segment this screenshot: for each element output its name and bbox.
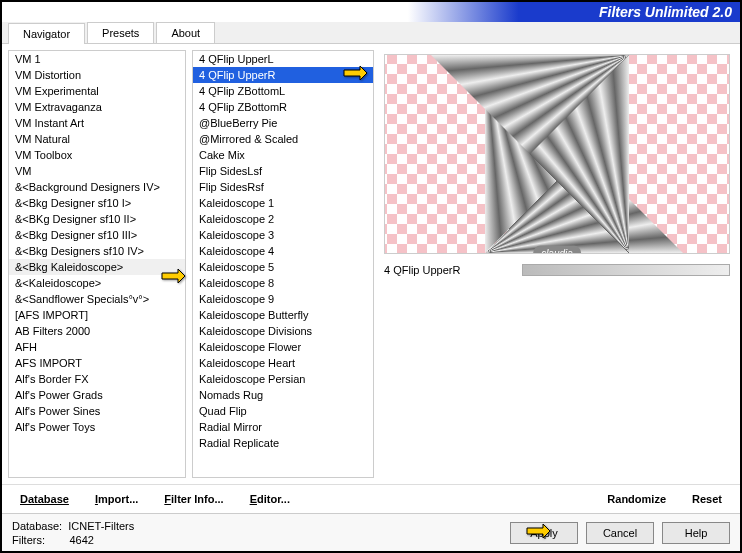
preview-pane: claudia 4 QFlip UpperR — [380, 50, 734, 478]
list-item[interactable]: Kaleidoscope Heart — [193, 355, 373, 371]
list-item[interactable]: Radial Replicate — [193, 435, 373, 451]
title-bar: Filters Unlimited 2.0 — [2, 2, 740, 22]
list-item[interactable]: 4 QFlip UpperL — [193, 51, 373, 67]
list-item[interactable]: Alf's Power Toys — [9, 419, 185, 435]
database-button[interactable]: Database — [16, 491, 73, 507]
db-label: Database: — [12, 520, 62, 532]
help-button[interactable]: Help — [662, 522, 730, 544]
status-bar: Database: ICNET-Filters Filters: 4642 Ap… — [2, 513, 740, 552]
list-item[interactable]: AB Filters 2000 — [9, 323, 185, 339]
list-item[interactable]: Kaleidoscope 3 — [193, 227, 373, 243]
list-item[interactable]: Flip SidesLsf — [193, 163, 373, 179]
list-item[interactable]: Radial Mirror — [193, 419, 373, 435]
param-label: 4 QFlip UpperR — [384, 264, 514, 276]
list-item[interactable]: Kaleidoscope Divisions — [193, 323, 373, 339]
list-item[interactable]: Kaleidoscope 5 — [193, 259, 373, 275]
list-item[interactable]: &<BKg Designer sf10 II> — [9, 211, 185, 227]
list-item[interactable]: Kaleidoscope Persian — [193, 371, 373, 387]
list-item[interactable]: @BlueBerry Pie — [193, 115, 373, 131]
list-item[interactable]: VM Instant Art — [9, 115, 185, 131]
editor-label: ditor... — [257, 493, 290, 505]
list-item[interactable]: VM Distortion — [9, 67, 185, 83]
import-button[interactable]: Import... — [91, 491, 142, 507]
list-item[interactable]: VM Natural — [9, 131, 185, 147]
db-value: ICNET-Filters — [68, 520, 134, 532]
list-item[interactable]: Flip SidesRsf — [193, 179, 373, 195]
category-list[interactable]: VM 1VM DistortionVM ExperimentalVM Extra… — [8, 50, 186, 478]
list-item[interactable]: VM — [9, 163, 185, 179]
list-item[interactable]: &<Bkg Kaleidoscope> — [9, 259, 185, 275]
filter-info-button[interactable]: Filter Info... — [160, 491, 227, 507]
tab-about[interactable]: About — [156, 22, 215, 43]
list-item[interactable]: Alf's Power Grads — [9, 387, 185, 403]
list-item[interactable]: AFH — [9, 339, 185, 355]
list-item[interactable]: &<Kaleidoscope> — [9, 275, 185, 291]
list-item[interactable]: Nomads Rug — [193, 387, 373, 403]
main-content: VM 1VM DistortionVM ExperimentalVM Extra… — [2, 44, 740, 484]
filters-label: Filters: — [12, 534, 45, 546]
randomize-button[interactable]: Randomize — [603, 491, 670, 507]
editor-button[interactable]: Editor... — [246, 491, 294, 507]
tab-navigator[interactable]: Navigator — [8, 23, 85, 44]
list-item[interactable]: VM Experimental — [9, 83, 185, 99]
list-item[interactable]: VM Toolbox — [9, 147, 185, 163]
param-row: 4 QFlip UpperR — [384, 264, 730, 276]
list-item[interactable]: Alf's Power Sines — [9, 403, 185, 419]
app-title: Filters Unlimited 2.0 — [599, 4, 732, 20]
list-item[interactable]: [AFS IMPORT] — [9, 307, 185, 323]
list-item[interactable]: @Mirrored & Scaled — [193, 131, 373, 147]
list-item[interactable]: 4 QFlip ZBottomL — [193, 83, 373, 99]
list-item[interactable]: Kaleidoscope 9 — [193, 291, 373, 307]
list-item[interactable]: Kaleidoscope Flower — [193, 339, 373, 355]
list-item[interactable]: &<Bkg Designers sf10 IV> — [9, 243, 185, 259]
filter-list[interactable]: 4 QFlip UpperL4 QFlip UpperR4 QFlip ZBot… — [192, 50, 374, 478]
preview-image: claudia — [384, 54, 730, 254]
list-item[interactable]: Alf's Border FX — [9, 371, 185, 387]
toolbar-row: Database Import... Filter Info... Editor… — [2, 484, 740, 513]
list-item[interactable]: &<Sandflower Specials°v°> — [9, 291, 185, 307]
cancel-button[interactable]: Cancel — [586, 522, 654, 544]
list-item[interactable]: Cake Mix — [193, 147, 373, 163]
tab-strip: Navigator Presets About — [2, 22, 740, 44]
list-item[interactable]: &<Background Designers IV> — [9, 179, 185, 195]
import-label: mport... — [98, 493, 138, 505]
filters-value: 4642 — [69, 534, 93, 546]
list-item[interactable]: Kaleidoscope 8 — [193, 275, 373, 291]
list-item[interactable]: AFS IMPORT — [9, 355, 185, 371]
list-item[interactable]: &<Bkg Designer sf10 III> — [9, 227, 185, 243]
param-slider[interactable] — [522, 264, 730, 276]
list-item[interactable]: VM 1 — [9, 51, 185, 67]
filterinfo-label: ilter Info... — [171, 493, 224, 505]
list-item[interactable]: VM Extravaganza — [9, 99, 185, 115]
reset-button[interactable]: Reset — [688, 491, 726, 507]
list-item[interactable]: Quad Flip — [193, 403, 373, 419]
list-item[interactable]: 4 QFlip ZBottomR — [193, 99, 373, 115]
watermark-badge: claudia — [533, 246, 581, 255]
list-item[interactable]: Kaleidoscope 2 — [193, 211, 373, 227]
list-item[interactable]: 4 QFlip UpperR — [193, 67, 373, 83]
tab-presets[interactable]: Presets — [87, 22, 154, 43]
apply-button[interactable]: Apply — [510, 522, 578, 544]
list-item[interactable]: &<Bkg Designer sf10 I> — [9, 195, 185, 211]
list-item[interactable]: Kaleidoscope 1 — [193, 195, 373, 211]
list-item[interactable]: Kaleidoscope 4 — [193, 243, 373, 259]
list-item[interactable]: Kaleidoscope Butterfly — [193, 307, 373, 323]
